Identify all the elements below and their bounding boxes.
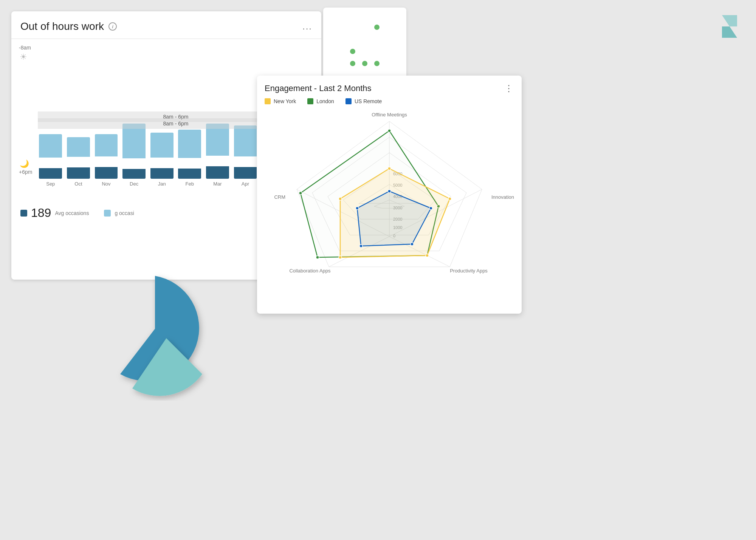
bar-bottom — [206, 166, 229, 179]
bar-bottom — [95, 167, 118, 179]
engagement-title: Engagement - Last 2 Months — [265, 84, 372, 93]
month-label: Nov — [93, 181, 119, 187]
dot-empty — [350, 37, 355, 42]
bar-top — [206, 124, 229, 156]
ooh-card-title: Out of hours work i — [20, 20, 117, 32]
engagement-more-button[interactable]: ⋮ — [504, 83, 514, 94]
stat-item-light: g occasi — [104, 210, 134, 217]
bar-group — [177, 130, 203, 179]
dot-green — [362, 61, 367, 66]
month-label: Sep — [38, 181, 64, 187]
legend-dot-ny — [265, 98, 271, 104]
bar-top — [39, 134, 62, 158]
legend-dot-london — [307, 98, 313, 104]
bar-group — [66, 137, 91, 179]
bar-group — [121, 124, 147, 179]
legend-label-remote: US Remote — [355, 98, 382, 104]
bar-bottom — [67, 167, 90, 179]
sun-icon: ☀ — [20, 52, 27, 62]
info-icon[interactable]: i — [108, 22, 117, 31]
bar-group — [93, 134, 119, 179]
month-label: Jan — [149, 181, 175, 187]
svg-point-36 — [388, 190, 391, 193]
engagement-card: Engagement - Last 2 Months ⋮ New York Lo… — [257, 76, 522, 314]
bar-top — [122, 124, 146, 158]
bar-top — [234, 125, 257, 156]
svg-point-30 — [388, 167, 391, 170]
svg-text:Offline Meetings: Offline Meetings — [372, 112, 407, 118]
dot-empty — [362, 25, 367, 30]
dot-green — [350, 49, 355, 54]
bar-group — [205, 124, 231, 179]
svg-point-40 — [356, 207, 359, 210]
bar-top — [95, 134, 118, 156]
legend-new-york: New York — [265, 98, 296, 104]
legend-us-remote: US Remote — [345, 98, 382, 104]
time-label-bottom: +6pm — [19, 169, 32, 175]
month-label: Feb — [177, 181, 203, 187]
svg-point-31 — [448, 197, 451, 200]
bar-bottom — [178, 169, 201, 179]
svg-text:Productivity Apps: Productivity Apps — [450, 268, 488, 274]
svg-point-37 — [429, 207, 432, 210]
bar-group — [232, 125, 258, 179]
month-label: Mar — [205, 181, 231, 187]
svg-point-39 — [359, 244, 363, 248]
dot-empty — [362, 37, 367, 42]
bar-group — [149, 133, 175, 179]
legend-london: London — [307, 98, 334, 104]
month-label: Oct — [66, 181, 91, 187]
engagement-header: Engagement - Last 2 Months ⋮ — [257, 76, 522, 98]
dot-green — [350, 61, 355, 66]
more-menu-button[interactable]: ... — [302, 21, 312, 32]
ooh-title-text: Out of hours work — [20, 20, 104, 32]
month-label: Dec — [121, 181, 147, 187]
legend-label-london: London — [316, 98, 334, 104]
dot-green — [374, 61, 380, 66]
svg-text:Innovation Apps: Innovation Apps — [491, 194, 514, 200]
legend-box-dark — [20, 210, 27, 217]
bar-group — [38, 134, 64, 179]
ooh-card-header: Out of hours work i ... — [11, 11, 321, 39]
work-band-label: 8am - 6pm — [163, 114, 189, 120]
svg-text:CRM: CRM — [274, 194, 285, 200]
svg-point-24 — [388, 129, 391, 132]
legend-row: New York London US Remote — [257, 98, 522, 108]
framer-icon — [714, 11, 745, 42]
stat2-label: g occasi — [115, 210, 134, 216]
month-label: Apr — [232, 181, 258, 187]
svg-point-34 — [339, 197, 342, 200]
svg-point-33 — [339, 256, 342, 259]
svg-marker-42 — [722, 26, 737, 38]
stat1-label: Avg occasions — [55, 210, 89, 216]
dot-green — [374, 25, 380, 30]
stat-item-dark: 189 Avg occasions — [20, 206, 89, 220]
svg-text:Collaboration Apps: Collaboration Apps — [289, 268, 331, 274]
svg-point-27 — [316, 256, 319, 259]
legend-dot-remote — [345, 98, 352, 104]
legend-box-light — [104, 210, 111, 217]
dot-empty — [350, 25, 355, 30]
svg-point-28 — [299, 192, 302, 195]
dots-card — [323, 8, 406, 83]
stat1-value: 189 — [31, 206, 51, 220]
svg-marker-41 — [722, 15, 737, 26]
radar-container: Offline Meetings Innovation Apps Product… — [257, 108, 522, 289]
dot-empty — [374, 49, 380, 54]
bar-top — [150, 133, 174, 158]
bar-bottom — [122, 169, 146, 179]
moon-icon: 🌙 — [20, 159, 29, 168]
bar-bottom — [234, 167, 257, 179]
legend-label-ny: New York — [274, 98, 296, 104]
dot-empty — [374, 37, 380, 42]
bar-top — [67, 137, 90, 157]
time-label-top: -8am — [19, 45, 31, 51]
bar-top — [178, 130, 201, 158]
bar-bottom — [150, 168, 174, 179]
svg-point-32 — [426, 254, 429, 257]
dot-empty — [362, 49, 367, 54]
bar-bottom — [39, 168, 62, 179]
pie-chart — [79, 257, 231, 401]
svg-point-38 — [411, 243, 414, 246]
